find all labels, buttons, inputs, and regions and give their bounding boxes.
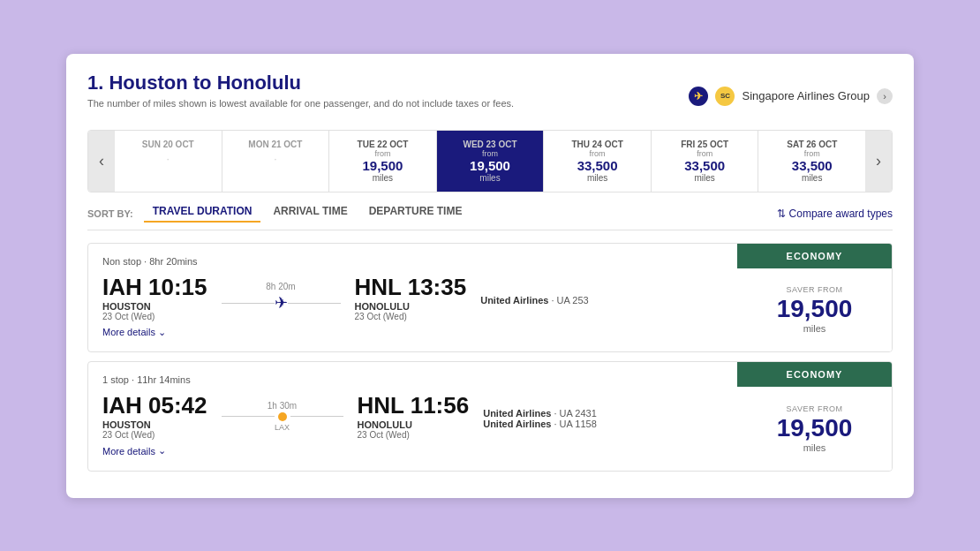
- arrive-time-2: HNL 11:56: [358, 392, 470, 419]
- airline-info-2: United Airlines · UA 2431 United Airline…: [483, 408, 597, 429]
- date-label-wed23: WED 23 OCT: [442, 140, 539, 149]
- miles-fri25: 33,500: [657, 158, 753, 173]
- compare-icon: ⇅: [777, 208, 786, 220]
- date-col-sun20[interactable]: SUN 20 OCT ·: [115, 131, 222, 192]
- main-card: 1. Houston to Honolulu The number of mil…: [66, 54, 914, 498]
- economy-sidebar-2: ECONOMY SAVER FROM 19,500 miles: [737, 362, 892, 471]
- arrive-airport-1: HONOLULU: [355, 301, 467, 312]
- depart-time-2: IAH 05:42: [102, 392, 207, 419]
- miles-big-1: 19,500: [777, 296, 853, 323]
- stop-dot-2: [278, 412, 287, 421]
- date-label-sun20: SUN 20 OCT: [120, 140, 216, 149]
- info-button[interactable]: ›: [877, 88, 893, 104]
- depart-block-2: IAH 05:42 HOUSTON 23 Oct (Wed): [102, 392, 207, 440]
- miles-label-wed23: miles: [442, 173, 539, 183]
- from-label-thu24: from: [549, 149, 645, 158]
- date-col-wed23[interactable]: WED 23 OCT from 19,500 miles: [437, 131, 545, 192]
- economy-header-2: ECONOMY: [737, 362, 892, 387]
- sort-departure-time[interactable]: DEPARTURE TIME: [360, 205, 471, 223]
- date-col-sat26[interactable]: SAT 26 OCT from 33,500 miles: [758, 131, 865, 192]
- flight-arrow-2: 1h 30m LAX: [222, 401, 343, 432]
- sq-icon: ✈: [689, 87, 708, 106]
- miles-big-2: 19,500: [777, 415, 853, 442]
- economy-body-1: SAVER FROM 19,500 miles: [737, 268, 892, 352]
- from-label-wed23: from: [442, 149, 539, 158]
- miles-thu24: 33,500: [549, 158, 645, 173]
- prev-date-button[interactable]: ‹: [88, 131, 115, 192]
- miles-label-thu24: miles: [549, 173, 645, 183]
- date-label-fri25: FRI 25 OCT: [657, 140, 753, 149]
- arrive-airport-2: HONOLULU: [358, 419, 470, 430]
- flight-times-2: IAH 05:42 HOUSTON 23 Oct (Wed) 1h 30m LA…: [102, 392, 723, 440]
- saver-label-1: SAVER FROM: [787, 285, 843, 294]
- depart-block-1: IAH 10:15 HOUSTON 23 Oct (Wed): [102, 274, 207, 321]
- duration-1: 8h 20m: [266, 282, 295, 291]
- date-dot-mon21: ·: [228, 153, 324, 165]
- airline-group-label: Singapore Airlines Group: [742, 89, 870, 102]
- miles-wed23: 19,500: [442, 158, 539, 173]
- page-subtitle: The number of miles shown is lowest avai…: [87, 98, 514, 109]
- page-title-block: 1. Houston to Honolulu The number of mil…: [87, 72, 514, 121]
- miles-text-2: miles: [803, 442, 826, 453]
- date-col-tue22[interactable]: TUE 22 OCT from 19,500 miles: [329, 131, 437, 192]
- chevron-down-icon-2: ⌄: [158, 445, 166, 457]
- flight-main-2: 1 stop · 11hr 14mins IAH 05:42 HOUSTON 2…: [88, 362, 737, 471]
- scoot-icon: SC: [715, 87, 735, 106]
- date-navigation: ‹ SUN 20 OCT · MON 21 OCT · TUE 22 OCT f…: [87, 130, 893, 192]
- page-header: 1. Houston to Honolulu The number of mil…: [87, 72, 893, 121]
- depart-date-2: 23 Oct (Wed): [102, 430, 207, 440]
- date-col-fri25[interactable]: FRI 25 OCT from 33,500 miles: [652, 131, 759, 192]
- flight-times-1: IAH 10:15 HOUSTON 23 Oct (Wed) 8h 20m ✈ …: [102, 274, 723, 321]
- arrow-line-2: [222, 412, 343, 421]
- date-label-mon21: MON 21 OCT: [228, 140, 324, 149]
- flight-main-1: Non stop · 8hr 20mins IAH 10:15 HOUSTON …: [88, 244, 737, 352]
- page-title: 1. Houston to Honolulu: [87, 72, 514, 94]
- from-label-sat26: from: [764, 149, 860, 158]
- date-col-mon21[interactable]: MON 21 OCT ·: [222, 131, 330, 192]
- arrive-block-2: HNL 11:56 HONOLULU 23 Oct (Wed): [358, 392, 470, 440]
- next-date-button[interactable]: ›: [865, 131, 892, 192]
- compare-label: Compare award types: [789, 208, 893, 220]
- flight-card-1: Non stop · 8hr 20mins IAH 10:15 HOUSTON …: [87, 243, 893, 353]
- flight-tag-2: 1 stop · 11hr 14mins: [102, 374, 723, 385]
- sort-bar: SORT BY: TRAVEL DURATION ARRIVAL TIME DE…: [87, 205, 893, 230]
- chevron-down-icon-1: ⌄: [158, 327, 166, 338]
- compare-award-link[interactable]: ⇅ Compare award types: [777, 208, 893, 220]
- arrive-block-1: HNL 13:35 HONOLULU 23 Oct (Wed): [355, 274, 467, 321]
- more-details-2[interactable]: More details ⌄: [102, 445, 166, 457]
- miles-label-sat26: miles: [764, 173, 860, 183]
- date-col-thu24[interactable]: THU 24 OCT from 33,500 miles: [544, 131, 652, 192]
- flight-arrow-1: 8h 20m ✈: [222, 282, 341, 313]
- from-label-tue22: from: [335, 149, 431, 158]
- economy-sidebar-1: ECONOMY SAVER FROM 19,500 miles: [737, 244, 892, 352]
- from-label-fri25: from: [657, 149, 753, 158]
- airline-group: ✈ SC Singapore Airlines Group ›: [689, 87, 893, 106]
- miles-label-tue22: miles: [335, 173, 431, 183]
- miles-label-fri25: miles: [657, 173, 753, 183]
- more-details-1[interactable]: More details ⌄: [102, 327, 166, 338]
- date-label-thu24: THU 24 OCT: [549, 140, 645, 149]
- depart-date-1: 23 Oct (Wed): [102, 312, 207, 321]
- sort-arrival-time[interactable]: ARRIVAL TIME: [264, 205, 356, 223]
- date-label-sat26: SAT 26 OCT: [764, 140, 860, 149]
- flight-tag-1: Non stop · 8hr 20mins: [102, 256, 723, 267]
- depart-time-1: IAH 10:15: [102, 274, 207, 301]
- date-dot-sun20: ·: [120, 153, 216, 165]
- miles-tue22: 19,500: [335, 158, 431, 173]
- arrive-date-1: 23 Oct (Wed): [355, 312, 467, 321]
- sort-by-label: SORT BY:: [87, 208, 133, 219]
- saver-label-2: SAVER FROM: [787, 404, 843, 413]
- duration-2: 1h 30m: [268, 401, 297, 411]
- stop-airport-2: LAX: [275, 423, 290, 432]
- airline-info-1: United Airlines · UA 253: [480, 295, 588, 306]
- depart-airport-2: HOUSTON: [102, 419, 207, 430]
- flight-card-2: 1 stop · 11hr 14mins IAH 05:42 HOUSTON 2…: [87, 361, 893, 472]
- plane-icon-1: ✈: [275, 293, 288, 313]
- economy-body-2: SAVER FROM 19,500 miles: [737, 387, 892, 471]
- arrive-date-2: 23 Oct (Wed): [358, 430, 470, 440]
- sort-travel-duration[interactable]: TRAVEL DURATION: [144, 205, 261, 223]
- miles-sat26: 33,500: [764, 158, 860, 173]
- depart-airport-1: HOUSTON: [102, 301, 207, 312]
- arrive-time-1: HNL 13:35: [355, 274, 467, 301]
- miles-text-1: miles: [803, 323, 826, 334]
